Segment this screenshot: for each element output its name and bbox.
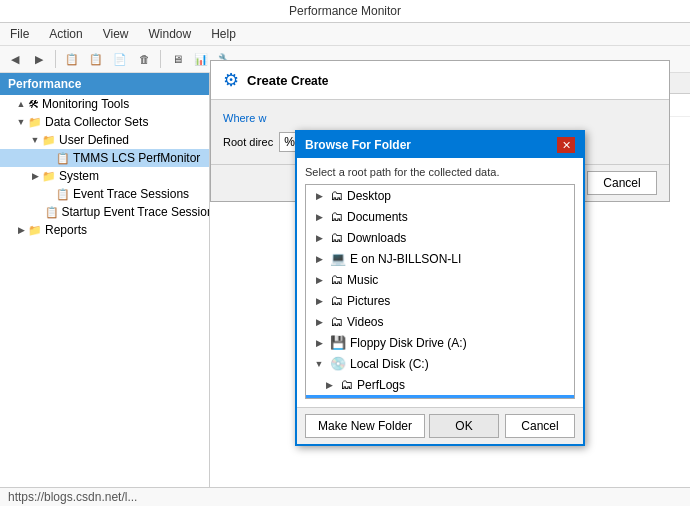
folder-icon: 💿	[330, 356, 346, 371]
tree-item-monitoring-tools[interactable]: ▲ 🛠 Monitoring Tools	[0, 95, 209, 113]
toolbar-btn6[interactable]: 📊	[190, 48, 212, 70]
expand-icon: ▶	[312, 317, 326, 327]
toolbar-back[interactable]: ◀	[4, 48, 26, 70]
menu-bar: File Action View Window Help	[0, 23, 690, 46]
expand-icon: ▼	[312, 359, 326, 369]
wizard-section: Where w	[223, 112, 657, 124]
startup-icon: 📋	[45, 206, 59, 219]
expand-icon: ▶	[28, 171, 42, 181]
browse-dialog: Browse For Folder ✕ Select a root path f…	[295, 130, 585, 446]
folder-item-pictures[interactable]: ▶ 🗂 Pictures	[306, 290, 574, 311]
folder-label: Local Disk (C:)	[350, 357, 429, 371]
toolbar-btn5[interactable]: 🖥	[166, 48, 188, 70]
tree-label: Startup Event Trace Sessions	[62, 205, 210, 219]
folder-label: PerfLogs	[357, 378, 405, 392]
toolbar-forward[interactable]: ▶	[28, 48, 50, 70]
folder-icon: 💻	[330, 251, 346, 266]
folder-item-documents[interactable]: ▶ 🗂 Documents	[306, 206, 574, 227]
menu-view[interactable]: View	[97, 25, 135, 43]
dialog-title: Browse For Folder	[305, 138, 411, 152]
reports-icon: 📁	[28, 224, 42, 237]
folder-icon: 🗂	[340, 398, 353, 399]
dialog-body: Select a root path for the collected dat…	[297, 158, 583, 407]
folder-icon: 🗂	[330, 293, 343, 308]
folder-tree[interactable]: ▶ 🗂 Desktop ▶ 🗂 Documents ▶ 🗂 Downloads …	[305, 184, 575, 399]
folder-label: Desktop	[347, 189, 391, 203]
dialog-buttons: Make New Folder OK Cancel	[297, 407, 583, 444]
left-panel: Performance ▲ 🛠 Monitoring Tools ▼ 📁 Dat…	[0, 73, 210, 506]
menu-help[interactable]: Help	[205, 25, 242, 43]
folder-item-perf-data-collection[interactable]: 🗂 Performance Data Collection	[306, 395, 574, 399]
folder-icon: 💾	[330, 335, 346, 350]
wizard-header: ⚙ Create Create	[211, 61, 669, 100]
expand-icon: ▶	[322, 380, 336, 390]
folder-item-videos[interactable]: ▶ 🗂 Videos	[306, 311, 574, 332]
toolbar-sep2	[160, 50, 161, 68]
menu-action[interactable]: Action	[43, 25, 88, 43]
make-new-folder-button[interactable]: Make New Folder	[305, 414, 425, 438]
toolbar-btn2[interactable]: 📋	[85, 48, 107, 70]
folder-icon: 📁	[42, 170, 56, 183]
folder-label: Floppy Disk Drive (A:)	[350, 336, 467, 350]
menu-window[interactable]: Window	[143, 25, 198, 43]
wizard-icon: ⚙	[223, 69, 239, 91]
expand-icon: ▶	[312, 191, 326, 201]
tree-item-tmms[interactable]: 📋 TMMS LCS PerfMonitor	[0, 149, 209, 167]
folder-item-perflogs[interactable]: ▶ 🗂 PerfLogs	[306, 374, 574, 395]
tree-item-reports[interactable]: ▶ 📁 Reports	[0, 221, 209, 239]
expand-icon: ▶	[312, 233, 326, 243]
cancel-button[interactable]: Cancel	[505, 414, 575, 438]
tree-item-user-defined[interactable]: ▼ 📁 User Defined	[0, 131, 209, 149]
expand-icon: ▲	[14, 99, 28, 109]
expand-icon: ▶	[312, 275, 326, 285]
menu-file[interactable]: File	[4, 25, 35, 43]
tree-header: Performance	[0, 73, 209, 95]
folder-item-music[interactable]: ▶ 🗂 Music	[306, 269, 574, 290]
expand-icon: ▶	[312, 338, 326, 348]
folder-item-e-drive[interactable]: ▶ 💻 E on NJ-BILLSON-LI	[306, 248, 574, 269]
event-icon: 📋	[56, 188, 70, 201]
expand-icon	[42, 153, 56, 163]
folder-icon: 🗂	[330, 314, 343, 329]
tree-label: Event Trace Sessions	[73, 187, 189, 201]
status-text: https://blogs.csdn.net/l...	[8, 490, 137, 504]
folder-icon: 🗂	[330, 230, 343, 245]
tree-item-startup-event[interactable]: 📋 Startup Event Trace Sessions	[0, 203, 209, 221]
folder-icon: 🗂	[330, 209, 343, 224]
folder-icon: 🗂	[330, 272, 343, 287]
folder-label: Performance Data Collection	[357, 399, 510, 400]
tree-item-data-collector-sets[interactable]: ▼ 📁 Data Collector Sets	[0, 113, 209, 131]
folder-item-downloads[interactable]: ▶ 🗂 Downloads	[306, 227, 574, 248]
app-title: Performance Monitor	[289, 4, 401, 18]
toolbar-sep1	[55, 50, 56, 68]
folder-item-local-disk[interactable]: ▼ 💿 Local Disk (C:)	[306, 353, 574, 374]
expand-icon: ▶	[312, 212, 326, 222]
toolbar-btn3[interactable]: 📄	[109, 48, 131, 70]
expand-icon: ▶	[312, 296, 326, 306]
tree-label: Data Collector Sets	[45, 115, 148, 129]
tree-item-event-trace[interactable]: 📋 Event Trace Sessions	[0, 185, 209, 203]
monitoring-icon: 🛠	[28, 98, 39, 110]
folder-icon: 🗂	[330, 188, 343, 203]
folder-label: E on NJ-BILLSON-LI	[350, 252, 461, 266]
folder-label: Documents	[347, 210, 408, 224]
folder-label: Pictures	[347, 294, 390, 308]
folder-label: Downloads	[347, 231, 406, 245]
ok-button[interactable]: OK	[429, 414, 499, 438]
folder-label: Videos	[347, 315, 383, 329]
folder-item-desktop[interactable]: ▶ 🗂 Desktop	[306, 185, 574, 206]
wizard-title: Create Create	[247, 73, 328, 88]
dialog-description: Select a root path for the collected dat…	[305, 166, 575, 178]
toolbar-btn4[interactable]: 🗑	[133, 48, 155, 70]
expand-icon: ▼	[28, 135, 42, 145]
folder-icon: 🗂	[340, 377, 353, 392]
wizard-cancel-button[interactable]: Cancel	[587, 171, 657, 195]
perf-icon: 📋	[56, 152, 70, 165]
folder-item-floppy[interactable]: ▶ 💾 Floppy Disk Drive (A:)	[306, 332, 574, 353]
tree-label: TMMS LCS PerfMonitor	[73, 151, 200, 165]
folder-label: Music	[347, 273, 378, 287]
tree-item-system[interactable]: ▶ 📁 System	[0, 167, 209, 185]
toolbar-btn1[interactable]: 📋	[61, 48, 83, 70]
folder-icon: 📁	[42, 134, 56, 147]
dialog-close-button[interactable]: ✕	[557, 137, 575, 153]
